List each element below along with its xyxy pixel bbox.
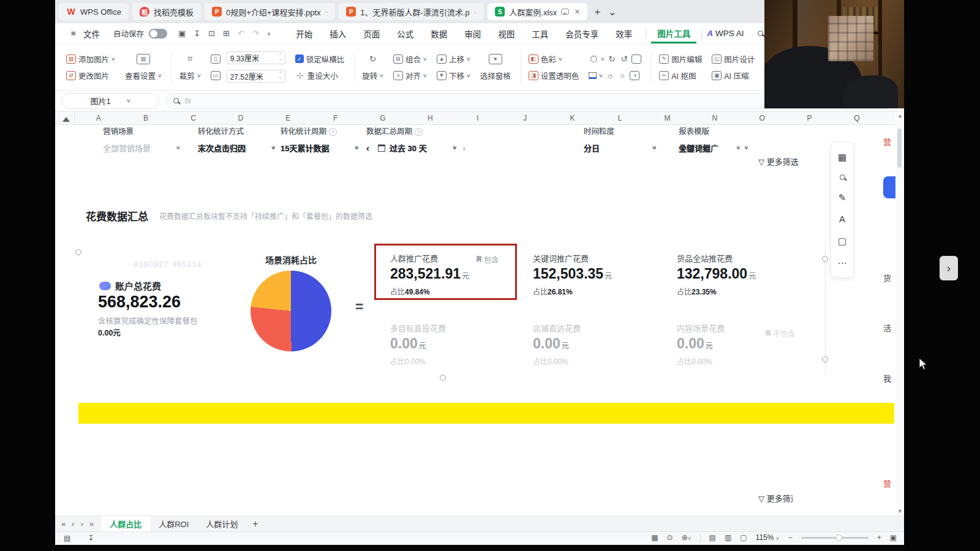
status-ink-icon[interactable]: ⊕∨ [682,533,692,542]
print-preview-icon[interactable]: ⊞ [223,29,230,38]
hamburger-menu-icon[interactable]: ≡ [71,29,76,38]
column-header[interactable]: G [359,111,406,124]
zoom-in-icon[interactable]: + [877,533,881,542]
view-settings-button[interactable]: 查看设置∨ [125,70,162,81]
status-export-icon[interactable]: ↧ [88,534,94,542]
contrast-icon[interactable]: ◑ [630,71,639,80]
change-image-button[interactable]: ⇄更改图片 [66,70,115,81]
add-sheet-button[interactable]: + [252,519,258,530]
column-header[interactable]: E [265,111,312,124]
ai-compress-button[interactable]: ▣AI 压缩 [712,70,755,81]
column-header[interactable]: L [596,111,643,124]
sheet-nav-icon[interactable]: › [81,519,83,528]
panel-expand-chevron[interactable]: › [940,256,958,280]
view-page-layout-icon[interactable]: ▥ [725,533,731,542]
zoom-level[interactable]: 115% ∨ [756,533,780,542]
zoom-slider[interactable] [801,537,869,539]
border-box-icon[interactable] [631,54,641,64]
print-icon[interactable]: ⊡ [208,29,215,38]
quickbar-chevron-icon[interactable]: ∨ [267,31,271,37]
sheet-tab[interactable]: 人群ROI [150,516,197,532]
tab-wps-home[interactable]: W WPS Office [59,3,129,20]
zoom-out-icon[interactable]: − [788,533,793,542]
column-header[interactable]: J [502,111,549,124]
ribbon-tab[interactable]: 工具 [523,28,557,40]
ribbon-tab[interactable]: 页面 [355,28,388,40]
wps-ai-button[interactable]: AWPS AI [707,29,744,38]
vertical-scroll-thumb[interactable] [897,129,902,168]
selection-handle[interactable] [75,249,81,255]
align-button[interactable]: ≡对齐∨ [393,70,427,81]
set-transparent-button[interactable]: ◨设置透明色 [529,70,579,81]
comment-icon[interactable] [561,9,569,15]
column-header[interactable]: B [122,111,169,124]
ai-cutout-button[interactable]: ✂AI 抠图 [659,70,702,81]
column-header[interactable]: O [738,111,785,124]
redo-icon[interactable]: ↷ [252,29,259,38]
selection-handle[interactable] [440,375,446,381]
column-header[interactable]: D [217,111,264,124]
new-tab-button[interactable]: + [595,7,601,17]
tab-list-chevron-icon[interactable]: ⌄ [608,7,616,17]
status-eye-icon[interactable]: ⊙ [667,533,673,542]
sheet-nav-icon[interactable]: ‹ [72,519,74,528]
select-all-corner[interactable] [55,111,75,125]
ribbon-tab[interactable]: 公式 [388,28,422,40]
search-icon[interactable] [758,31,763,36]
sheet-nav-icon[interactable]: » [89,519,94,528]
file-menu[interactable]: 文件 [83,28,100,40]
ribbon-tab[interactable]: 审阅 [456,28,489,40]
status-clipboard-icon[interactable]: ▤ [64,534,70,542]
column-header[interactable]: M [644,111,691,124]
crop-button[interactable]: 裁剪∨ [179,70,201,81]
sheet-tab[interactable]: 人群计划 [197,516,246,532]
rotate-ccw-icon[interactable]: ↺ [619,54,629,64]
selection-pane-button[interactable]: 选择窗格 [480,70,511,81]
ribbon-tab[interactable]: 开始 [287,28,321,40]
image-width-input[interactable]: 9.33厘米 [227,51,285,64]
reset-size-button[interactable]: ⊹重设大小 [295,70,345,81]
column-header[interactable]: N [691,111,738,124]
brightness-up-icon[interactable]: ☼ [605,71,615,80]
zoom-tool-icon[interactable] [840,174,845,180]
column-header[interactable]: C [170,111,217,124]
ribbon-tab[interactable]: 会员专享 [557,28,607,40]
status-grid-icon[interactable]: ▦ [651,533,658,542]
tab-xlsx-crowd-case[interactable]: S 人群案例.xlsx × [488,3,587,20]
brightness-down-icon[interactable]: ☼ [617,71,627,80]
sheet-nav-icon[interactable]: « [61,519,66,528]
export-icon[interactable]: ↧ [194,29,200,38]
ribbon-tab[interactable]: 效率 [607,28,641,40]
column-header[interactable]: H [407,111,454,124]
ribbon-tab[interactable]: 视图 [489,28,523,40]
more-tools-icon[interactable]: ⋯ [838,258,847,268]
autosave-toggle[interactable] [149,29,167,39]
scroll-down-icon[interactable]: ▼ [897,508,903,514]
tab-pptx-rules[interactable]: P 0规则+介绍+课程安排.pptx · [205,3,335,20]
color-button[interactable]: ◧色彩∨ [529,53,579,64]
column-header[interactable]: Q [833,111,880,124]
save-icon[interactable]: ▣ [178,29,186,38]
more-filters-button[interactable]: ▽ 更多筛选 [758,156,799,167]
view-page-break-icon[interactable]: ▢ [740,533,747,542]
chart-tool-icon[interactable]: ▦ [838,152,846,162]
ribbon-tab[interactable]: 插入 [321,28,355,40]
rotate-button[interactable]: 旋转∨ [362,70,383,81]
tab-docer-templates[interactable]: 稻 找稻壳模板 [132,3,201,20]
undo-icon[interactable]: ↶ [238,29,244,38]
column-header[interactable]: P [786,111,833,124]
close-tab-icon[interactable]: × [575,7,579,17]
image-design-button[interactable]: ◱图片设计 [712,53,755,64]
send-backward-button[interactable]: ▼下移∨ [437,70,470,81]
scroll-up-icon[interactable]: ▲ [897,113,903,119]
image-edit-button[interactable]: ✎图片编辑 [659,53,702,64]
column-header[interactable]: I [454,111,501,124]
column-header[interactable]: K [549,111,596,124]
view-normal-icon[interactable]: ▤ [709,533,716,542]
zoom-slider-knob[interactable] [835,534,842,541]
tab-picture-tools[interactable]: 图片工具 [651,23,696,43]
image-height-input[interactable]: 27.52厘米 [227,70,285,83]
column-header[interactable]: F [312,111,359,124]
more-filters-button-bottom[interactable]: ▽ 更多筛选 [758,492,793,504]
rotate-cw-icon[interactable]: ↻ [607,54,617,64]
